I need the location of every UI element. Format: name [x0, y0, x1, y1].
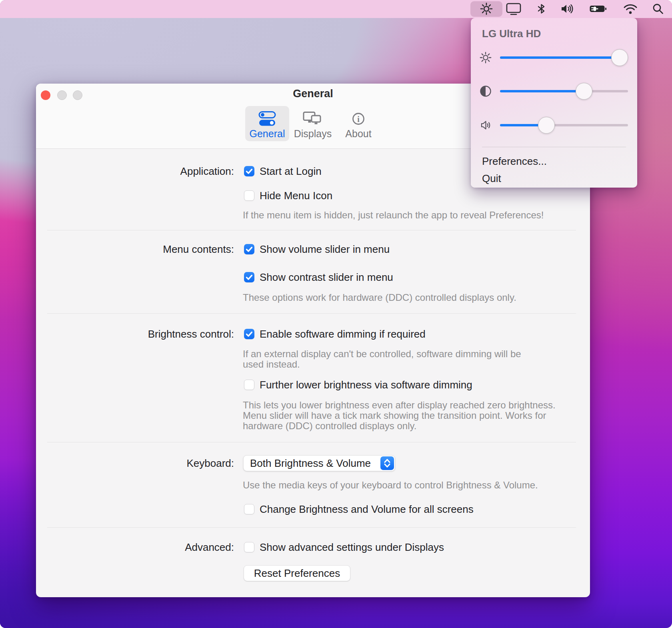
- displays-icon: [303, 109, 323, 128]
- checkbox-show-advanced-settings[interactable]: [244, 542, 254, 552]
- section-label-advanced: Advanced:: [36, 541, 234, 554]
- contrast-slider-knob[interactable]: [576, 83, 592, 100]
- checkbox-label: Change Brightness and Volume for all scr…: [260, 504, 474, 514]
- caption-menu-contents: These options work for hardware (DDC) co…: [243, 292, 516, 303]
- chevron-up-down-icon: [380, 456, 394, 470]
- checkbox-hide-menu-icon[interactable]: [244, 190, 254, 201]
- checkbox-enable-software-dimming[interactable]: [244, 329, 254, 339]
- menu-divider: [482, 147, 626, 147]
- svg-text:i: i: [357, 115, 360, 124]
- checkbox-label: Enable software dimming if required: [260, 329, 426, 339]
- checkbox-row-start-at-login[interactable]: Start at Login: [244, 166, 322, 176]
- volume-icon: [479, 118, 492, 132]
- tab-general-label: General: [250, 128, 285, 139]
- toggles-icon: [258, 109, 276, 128]
- brightness-icon: [479, 51, 492, 64]
- tab-general[interactable]: General: [245, 106, 289, 141]
- section-label-menu-contents: Menu contents:: [36, 243, 234, 256]
- checkbox-row-show-contrast-slider[interactable]: Show contrast slider in menu: [244, 272, 393, 282]
- checkbox-show-contrast-slider[interactable]: [244, 272, 254, 282]
- checkbox-row-enable-software-dimming[interactable]: Enable software dimming if required: [244, 329, 426, 339]
- contrast-slider-track[interactable]: [500, 90, 628, 92]
- info-icon: i: [351, 109, 366, 128]
- screen: General General: [0, 0, 672, 628]
- tab-about[interactable]: i About: [336, 106, 380, 141]
- display-menu-panel: LG Ultra HD: [471, 18, 637, 188]
- section-label-brightness-control: Brightness control:: [36, 328, 234, 340]
- volume-slider-track[interactable]: [500, 124, 628, 126]
- checkbox-label: Show volume slider in menu: [260, 244, 390, 254]
- volume-slider-row: [471, 117, 637, 134]
- volume-slider-knob[interactable]: [538, 117, 555, 134]
- checkbox-start-at-login[interactable]: [244, 166, 254, 176]
- section-label-application: Application:: [36, 165, 234, 178]
- caption-keyboard: Use the media keys of your keyboard to c…: [243, 480, 538, 490]
- brightness-slider-row: [471, 49, 637, 66]
- tab-displays[interactable]: Displays: [291, 106, 335, 141]
- checkbox-row-hide-menu-icon[interactable]: Hide Menu Icon: [244, 190, 332, 201]
- caption-software-dimming: If an external display can't be controll…: [243, 349, 521, 370]
- section-divider: [47, 527, 576, 528]
- section-divider: [47, 442, 576, 442]
- checkbox-row-further-lower-brightness[interactable]: Further lower brightness via software di…: [244, 380, 472, 390]
- reset-preferences-button[interactable]: Reset Preferences: [244, 565, 350, 581]
- checkbox-show-volume-slider[interactable]: [244, 244, 254, 254]
- checkbox-label: Hide Menu Icon: [260, 190, 332, 201]
- checkbox-label: Start at Login: [260, 166, 322, 176]
- tab-about-label: About: [345, 128, 371, 139]
- tab-displays-label: Displays: [294, 128, 332, 139]
- keyboard-mode-dropdown[interactable]: Both Brightness & Volume: [243, 455, 395, 471]
- checkbox-label: Show advanced settings under Displays: [260, 542, 444, 552]
- menubar-display-icon[interactable]: [506, 2, 522, 16]
- checkbox-change-all-screens[interactable]: [244, 504, 254, 514]
- section-divider: [47, 313, 576, 314]
- toolbar-tabs: General Displays: [245, 106, 380, 141]
- section-label-keyboard: Keyboard:: [36, 457, 234, 470]
- contrast-icon: [479, 84, 492, 98]
- caption-application: If the menu item is hidden, just relaunc…: [243, 210, 544, 220]
- menubar-volume-icon[interactable]: [560, 2, 576, 15]
- menubar-wifi-icon[interactable]: [623, 3, 638, 15]
- menubar-battery-icon[interactable]: [589, 2, 608, 15]
- section-divider: [47, 230, 576, 230]
- menu-bar: [0, 0, 672, 18]
- checkbox-label: Further lower brightness via software di…: [260, 380, 472, 390]
- keyboard-mode-value: Both Brightness & Volume: [250, 456, 371, 471]
- brightness-slider-track[interactable]: [500, 56, 628, 59]
- brightness-slider-knob[interactable]: [611, 49, 628, 66]
- display-name-title: LG Ultra HD: [482, 28, 541, 40]
- checkbox-row-show-volume-slider[interactable]: Show volume slider in menu: [244, 244, 390, 254]
- contrast-slider-row: [471, 83, 637, 100]
- checkbox-further-lower-brightness[interactable]: [244, 380, 254, 390]
- menubar-brightness-icon[interactable]: [479, 2, 494, 16]
- checkbox-row-show-advanced-settings[interactable]: Show advanced settings under Displays: [244, 542, 444, 552]
- menubar-bluetooth-icon[interactable]: [535, 2, 548, 15]
- menubar-search-icon[interactable]: [652, 2, 664, 15]
- checkbox-row-change-all-screens[interactable]: Change Brightness and Volume for all scr…: [244, 504, 474, 514]
- caption-further-lower-brightness: This lets you lower brightness even afte…: [243, 400, 556, 431]
- checkbox-label: Show contrast slider in menu: [260, 272, 393, 282]
- menu-item-quit[interactable]: Quit: [482, 172, 501, 185]
- menu-item-preferences[interactable]: Preferences...: [482, 155, 547, 168]
